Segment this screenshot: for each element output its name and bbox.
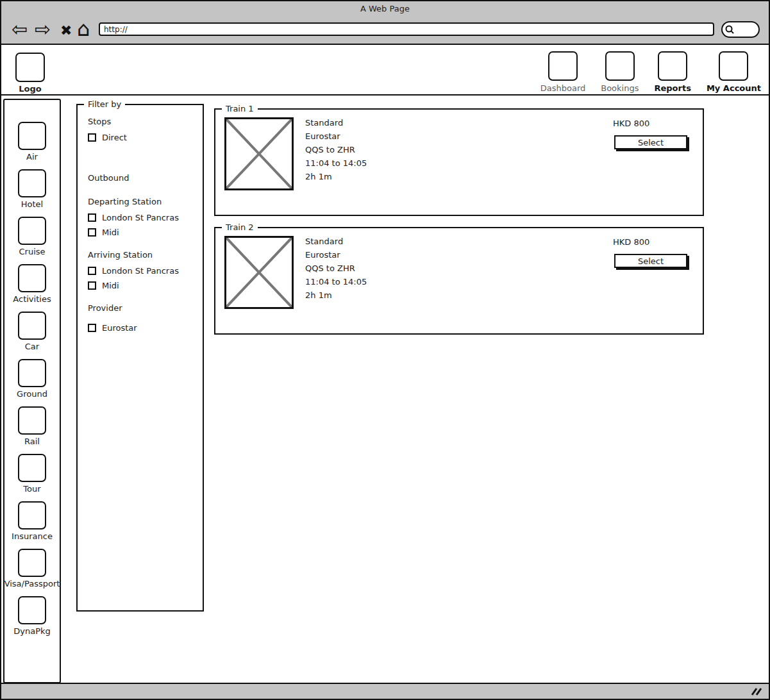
price: HKD 800 bbox=[613, 237, 649, 247]
duration: 2h 1m bbox=[305, 288, 367, 302]
car-icon bbox=[18, 312, 46, 340]
top-navigation: Dashboard Bookings Reports My Account bbox=[540, 51, 761, 93]
nav-item-label: Reports bbox=[654, 83, 690, 93]
arriving-station-title: Arriving Station bbox=[88, 250, 197, 260]
product-sidebar: Air Hotel Cruise Activities Car Ground bbox=[3, 99, 61, 683]
select-button[interactable]: Select bbox=[614, 254, 687, 268]
sidebar-item-hotel[interactable]: Hotel bbox=[18, 169, 46, 209]
nav-item-dashboard[interactable]: Dashboard bbox=[540, 51, 586, 93]
dashboard-icon bbox=[548, 51, 578, 81]
checkbox-icon[interactable] bbox=[88, 267, 96, 275]
price: HKD 800 bbox=[613, 119, 649, 128]
checkbox-label: Eurostar bbox=[102, 323, 137, 333]
provider: Eurostar bbox=[305, 129, 367, 143]
fare-class: Standard bbox=[305, 116, 367, 129]
departing-station-title: Departing Station bbox=[88, 197, 197, 206]
train-details: Standard Eurostar QQS to ZHR 11:04 to 14… bbox=[305, 235, 367, 302]
checkbox-icon[interactable] bbox=[88, 213, 96, 222]
sidebar-item-air[interactable]: Air bbox=[18, 122, 46, 162]
visa-passport-icon bbox=[18, 549, 46, 577]
cruise-icon bbox=[18, 217, 46, 245]
nav-item-my-account[interactable]: My Account bbox=[707, 51, 761, 93]
image-placeholder bbox=[224, 117, 294, 190]
checkbox-label: Direct bbox=[102, 133, 127, 142]
checkbox-label: London St Pancras bbox=[102, 266, 179, 276]
air-icon bbox=[18, 122, 46, 150]
my-account-icon bbox=[719, 51, 748, 81]
checkbox-arriving-midi[interactable]: Midi bbox=[88, 281, 197, 290]
route: QQS to ZHR bbox=[305, 143, 367, 156]
ground-icon bbox=[18, 359, 46, 387]
sidebar-item-ground[interactable]: Ground bbox=[17, 359, 47, 399]
hotel-icon bbox=[18, 169, 46, 197]
back-arrow-icon[interactable]: ⇦ bbox=[12, 15, 28, 44]
sidebar-item-visa-passport[interactable]: Visa/Passport bbox=[4, 549, 60, 588]
sidebar-item-label: Rail bbox=[18, 437, 46, 446]
checkbox-arriving-london-st-pancras[interactable]: London St Pancras bbox=[88, 266, 197, 276]
activities-icon bbox=[18, 264, 46, 292]
dynapkg-icon bbox=[18, 596, 46, 624]
train-1-card: Train 1 Standard Eurostar QQS to ZHR 11:… bbox=[214, 108, 704, 216]
filter-panel-legend: Filter by bbox=[84, 99, 125, 109]
image-placeholder bbox=[224, 236, 294, 309]
sidebar-item-insurance[interactable]: Insurance bbox=[12, 501, 53, 541]
spacer bbox=[88, 242, 197, 250]
nav-item-bookings[interactable]: Bookings bbox=[601, 51, 639, 93]
sidebar-item-label: Ground bbox=[17, 389, 47, 399]
nav-item-reports[interactable]: Reports bbox=[654, 51, 690, 93]
duration: 2h 1m bbox=[305, 170, 367, 183]
checkbox-label: Midi bbox=[102, 281, 119, 290]
home-icon[interactable]: ⌂ bbox=[77, 15, 90, 43]
stop-x-icon[interactable]: ✖ bbox=[60, 17, 72, 45]
logo-image-box bbox=[15, 53, 45, 82]
logo-label: Logo bbox=[14, 84, 46, 94]
sidebar-item-activities[interactable]: Activities bbox=[13, 264, 51, 304]
sidebar-item-label: Hotel bbox=[18, 199, 46, 209]
logo: Logo bbox=[14, 53, 46, 94]
sidebar-item-rail[interactable]: Rail bbox=[18, 406, 46, 446]
train-details: Standard Eurostar QQS to ZHR 11:04 to 14… bbox=[305, 116, 367, 183]
browser-toolbar: ⇦ ⇨ ✖ ⌂ bbox=[1, 17, 769, 45]
sidebar-item-dynapkg[interactable]: DynaPkg bbox=[13, 596, 51, 636]
insurance-icon bbox=[18, 501, 46, 529]
checkbox-departing-london-st-pancras[interactable]: London St Pancras bbox=[88, 213, 197, 222]
checkbox-icon[interactable] bbox=[88, 133, 96, 142]
stops-title: Stops bbox=[88, 117, 197, 126]
checkbox-departing-midi[interactable]: Midi bbox=[88, 228, 197, 237]
checkbox-direct[interactable]: Direct bbox=[88, 133, 197, 142]
sidebar-item-label: Cruise bbox=[18, 247, 46, 256]
spacer bbox=[88, 189, 197, 197]
route: QQS to ZHR bbox=[305, 262, 367, 275]
window-title: A Web Page bbox=[1, 1, 769, 17]
fare-class: Standard bbox=[305, 235, 367, 248]
sidebar-item-label: Insurance bbox=[12, 531, 53, 541]
url-input[interactable] bbox=[99, 22, 714, 36]
status-bar bbox=[1, 683, 769, 699]
train-2-legend: Train 2 bbox=[222, 222, 258, 232]
sidebar-item-label: Activities bbox=[13, 294, 51, 304]
sidebar-item-label: Air bbox=[18, 152, 46, 162]
app-header: Logo Dashboard Bookings Reports My Accou… bbox=[1, 45, 769, 96]
checkbox-icon[interactable] bbox=[88, 228, 96, 237]
spacer bbox=[88, 296, 197, 303]
sidebar-item-cruise[interactable]: Cruise bbox=[18, 217, 46, 256]
checkbox-provider-eurostar[interactable]: Eurostar bbox=[88, 323, 197, 333]
times: 11:04 to 14:05 bbox=[305, 275, 367, 288]
train-2-card: Train 2 Standard Eurostar QQS to ZHR 11:… bbox=[214, 227, 704, 335]
sidebar-item-tour[interactable]: Tour bbox=[18, 454, 46, 494]
reports-icon bbox=[658, 51, 687, 81]
checkbox-icon[interactable] bbox=[88, 281, 96, 290]
sidebar-item-car[interactable]: Car bbox=[18, 312, 46, 351]
search-input[interactable] bbox=[721, 21, 760, 38]
browser-window: A Web Page ⇦ ⇨ ✖ ⌂ Logo bbox=[0, 0, 770, 700]
checkbox-label: London St Pancras bbox=[102, 213, 179, 222]
nav-item-label: My Account bbox=[707, 83, 761, 93]
times: 11:04 to 14:05 bbox=[305, 156, 367, 170]
sidebar-item-label: DynaPkg bbox=[13, 626, 51, 636]
forward-arrow-icon[interactable]: ⇨ bbox=[35, 15, 51, 44]
sidebar-item-label: Visa/Passport bbox=[4, 579, 60, 588]
resize-handle-icon[interactable] bbox=[749, 687, 762, 699]
checkbox-icon[interactable] bbox=[88, 324, 96, 332]
product-sidebar-list: Air Hotel Cruise Activities Car Ground bbox=[4, 100, 60, 644]
select-button[interactable]: Select bbox=[614, 135, 687, 149]
